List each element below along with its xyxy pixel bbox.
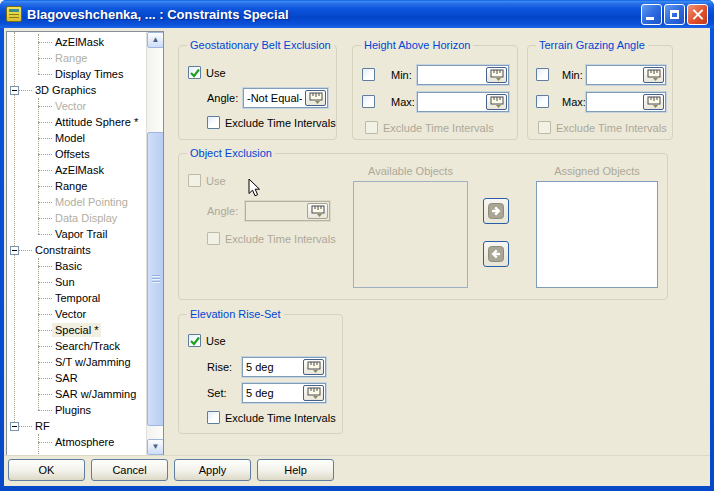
ruler-units-icon[interactable] (643, 67, 664, 83)
exclude-time-intervals-checkbox[interactable] (207, 116, 220, 129)
exclude-time-intervals-label: Exclude Time Intervals (383, 121, 494, 135)
tree-item[interactable]: Constraints (7, 242, 146, 258)
angle-input (246, 205, 307, 217)
mouse-cursor-icon (248, 178, 261, 198)
tree-item[interactable]: Vapor Trail (7, 226, 146, 242)
tree-item[interactable]: Atmosphere (7, 434, 146, 450)
group-title: Terrain Grazing Angle (536, 39, 648, 51)
help-button[interactable]: Help (257, 459, 334, 481)
group-title: Elevation Rise-Set (187, 308, 284, 320)
scrollbar-thumb[interactable] (147, 132, 164, 426)
tree-item[interactable]: AzElMask (7, 162, 146, 178)
scroll-down-icon[interactable]: ▼ (147, 439, 164, 455)
max-label: Max: (391, 95, 415, 109)
tree-item[interactable]: Display Times (7, 66, 146, 82)
angle-input[interactable] (244, 92, 305, 104)
tree-item[interactable]: Range (7, 178, 146, 194)
max-checkbox[interactable] (362, 95, 375, 108)
ok-button[interactable]: OK (8, 459, 85, 481)
min-field[interactable] (417, 65, 509, 85)
cancel-button[interactable]: Cancel (91, 459, 168, 481)
min-input[interactable] (587, 69, 643, 81)
available-objects-label: Available Objects (353, 164, 468, 178)
tree-item[interactable]: RF (7, 418, 146, 434)
tree-item[interactable]: SAR w/Jamming (7, 386, 146, 402)
tree-item[interactable]: Model (7, 130, 146, 146)
min-checkbox[interactable] (536, 68, 549, 81)
tree-item[interactable]: Vector (7, 306, 146, 322)
rise-field[interactable] (242, 357, 326, 377)
exclude-time-intervals-checkbox (365, 121, 378, 134)
assign-button (483, 198, 509, 224)
ruler-units-icon[interactable] (486, 67, 507, 83)
tree-item[interactable]: S/T w/Jamming (7, 354, 146, 370)
maximize-icon (670, 10, 679, 19)
tree-item[interactable]: Attitude Sphere * (7, 114, 146, 130)
use-checkbox[interactable] (188, 334, 201, 347)
min-field[interactable] (586, 65, 666, 85)
angle-field (245, 201, 330, 221)
tree-item[interactable]: Offsets (7, 146, 146, 162)
exclude-time-intervals-checkbox[interactable] (207, 411, 220, 424)
arrow-right-icon (488, 203, 504, 219)
exclude-time-intervals-checkbox (207, 232, 220, 245)
group-elevation-rise-set: Elevation Rise-Set Use Rise: Set: Exclud… (178, 314, 343, 434)
group-height-above-horizon: Height Above Horizon Min: Max: Exclude T… (352, 45, 518, 140)
tree-item[interactable]: Sun (7, 274, 146, 290)
collapse-minus-icon[interactable] (10, 246, 19, 255)
max-input[interactable] (418, 96, 486, 108)
group-terrain-grazing-angle: Terrain Grazing Angle Min: Max: Exclude … (527, 45, 673, 140)
tree-item-selected[interactable]: Special * (7, 322, 146, 338)
max-field[interactable] (417, 92, 509, 112)
ruler-units-icon[interactable] (305, 90, 326, 106)
max-label: Max: (562, 95, 586, 109)
scroll-up-icon[interactable]: ▲ (147, 32, 164, 48)
collapse-minus-icon[interactable] (10, 422, 19, 431)
max-field[interactable] (586, 92, 666, 112)
collapse-minus-icon[interactable] (10, 86, 19, 95)
close-icon (692, 9, 703, 20)
group-geostationary-belt-exclusion: Geostationary Belt Exclusion Use Angle: … (178, 45, 337, 140)
tree-item[interactable]: SAR (7, 370, 146, 386)
apply-button[interactable]: Apply (174, 459, 251, 481)
tree-item: Data Display (7, 210, 146, 226)
close-button[interactable] (687, 4, 708, 25)
exclude-time-intervals-label: Exclude Time Intervals (225, 411, 336, 425)
footer-divider (4, 455, 710, 456)
maximize-button[interactable] (664, 4, 685, 25)
use-label: Use (206, 334, 226, 348)
unassign-button (483, 241, 509, 267)
tree-item[interactable]: 3D Graphics (7, 82, 146, 98)
ruler-units-icon[interactable] (303, 359, 324, 375)
tree-panel: AzElMask Range Display Times 3D Graphics… (6, 31, 164, 456)
ruler-units-icon[interactable] (486, 94, 507, 110)
use-label: Use (206, 66, 226, 80)
group-object-exclusion: Object Exclusion Use Angle: Exclude Time… (178, 153, 668, 300)
group-title: Geostationary Belt Exclusion (187, 39, 334, 51)
set-field[interactable] (242, 383, 326, 403)
min-input[interactable] (418, 69, 486, 81)
tree-item[interactable]: Search/Track (7, 338, 146, 354)
tree-item[interactable]: Basic (7, 258, 146, 274)
min-checkbox[interactable] (362, 68, 375, 81)
tree-item[interactable]: AzElMask (7, 34, 146, 50)
use-checkbox[interactable] (188, 66, 201, 79)
tree-scrollbar[interactable]: ▲ ▼ (146, 32, 163, 455)
assigned-objects-list[interactable] (536, 181, 658, 288)
set-input[interactable] (243, 387, 303, 399)
tree-item[interactable]: Plugins (7, 402, 146, 418)
ruler-units-icon[interactable] (643, 94, 664, 110)
minimize-button[interactable] (641, 4, 662, 25)
angle-field[interactable] (243, 88, 328, 108)
minimize-icon (646, 17, 654, 20)
ruler-units-icon[interactable] (303, 385, 324, 401)
group-title: Height Above Horizon (361, 39, 473, 51)
footer-button-bar: OK Cancel Apply Help (8, 459, 334, 481)
tree-item[interactable]: Temporal (7, 290, 146, 306)
angle-label: Angle: (207, 204, 238, 218)
rise-input[interactable] (243, 361, 303, 373)
arrow-left-icon (488, 246, 504, 262)
max-checkbox[interactable] (536, 95, 549, 108)
max-input[interactable] (587, 96, 643, 108)
window-title: Blagoveshchenka, ... : Constraints Speci… (27, 7, 641, 22)
